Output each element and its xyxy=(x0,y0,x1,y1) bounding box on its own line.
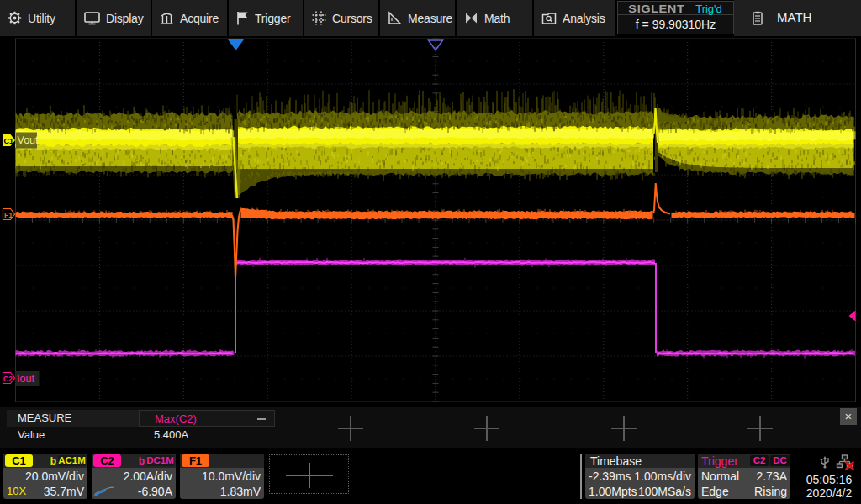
svg-text:Iout: Iout xyxy=(17,373,34,385)
svg-text:C2: C2 xyxy=(3,375,13,383)
svg-text:Vout: Vout xyxy=(18,134,40,146)
svg-text:C1: C1 xyxy=(4,137,14,145)
svg-text:F1: F1 xyxy=(4,211,13,219)
